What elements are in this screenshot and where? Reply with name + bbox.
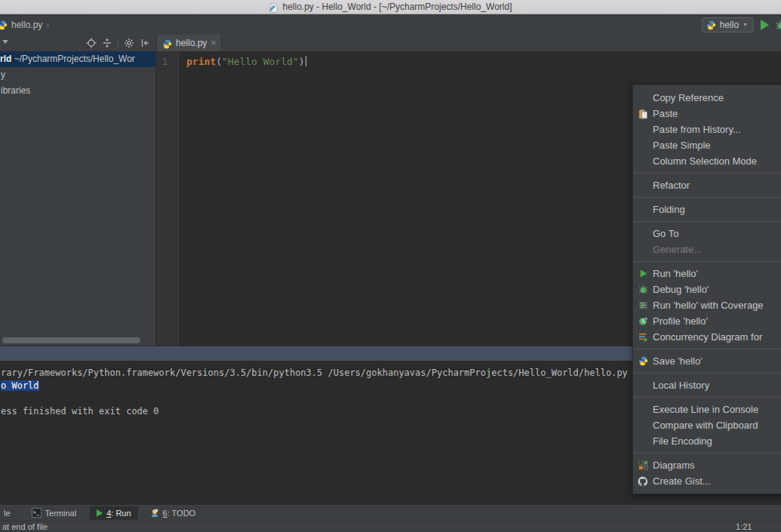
caret-position[interactable]: 1:21 <box>736 522 752 531</box>
hide-panel-icon[interactable] <box>140 38 150 48</box>
menu-item-paste-from-history[interactable]: Paste from History... <box>633 121 781 137</box>
menu-item-run-hello[interactable]: Run 'hello' <box>633 266 781 281</box>
menu-separator <box>634 173 781 174</box>
no-icon <box>637 124 649 136</box>
no-icon <box>637 140 649 152</box>
toolwindow-bar: le >_ Terminal 4: Run 6: TODO <box>0 504 781 521</box>
toolwindow-tab-label: le <box>4 509 11 518</box>
menu-item-execute-line-in-console[interactable]: Execute Line in Console <box>633 401 781 417</box>
menu-item-file-encoding[interactable]: File Encoding <box>633 433 781 449</box>
breadcrumb[interactable]: hello.py › <box>0 20 49 30</box>
menu-item-debug-hello[interactable]: Debug 'hello' <box>633 281 781 297</box>
python-icon <box>637 355 649 367</box>
run-button[interactable] <box>761 20 769 30</box>
concurrency-diagram-icon <box>637 331 649 343</box>
project-root-path: ~/PycharmProjects/Hello_Wor <box>11 54 135 64</box>
toolwindow-tab-label: Terminal <box>45 509 77 518</box>
debug-button[interactable] <box>776 20 781 30</box>
menu-item-refactor[interactable]: Refactor <box>633 177 781 193</box>
project-tree-row-hello-py[interactable]: y <box>0 67 155 83</box>
menu-item-paste[interactable]: Paste <box>633 106 781 121</box>
no-icon <box>637 380 649 392</box>
no-icon <box>637 92 649 104</box>
menu-item-profile-hello[interactable]: Profile 'hello' <box>633 313 781 329</box>
menu-item-generate: Generate... <box>633 241 781 257</box>
menu-item-local-history[interactable]: Local History <box>633 377 781 393</box>
no-icon <box>637 244 649 256</box>
menu-separator <box>634 221 781 222</box>
console-output-selected: o World <box>1 380 39 391</box>
toolwindow-tab-console[interactable]: le <box>1 506 14 520</box>
toolwindow-tab-terminal[interactable]: >_ Terminal <box>29 506 80 520</box>
menu-item-create-gist[interactable]: Create Gist... <box>633 473 781 489</box>
menu-item-diagrams[interactable]: Diagrams <box>633 457 781 473</box>
paren-token: ) <box>299 56 305 67</box>
locate-target-icon[interactable] <box>86 38 97 48</box>
run-icon <box>637 268 649 280</box>
menu-item-copy-reference[interactable]: Copy Reference <box>633 90 781 106</box>
menu-separator <box>634 349 781 349</box>
no-icon <box>637 404 649 416</box>
run-configuration-select[interactable]: hello ▼ <box>702 17 754 32</box>
pycharm-window: hello.py - Hello_World - [~/PycharmProje… <box>0 0 781 532</box>
menu-item-save-hello[interactable]: Save 'hello' <box>633 353 781 369</box>
string-token: "Hello World" <box>222 56 299 67</box>
menu-item-compare-with-clipboard[interactable]: Compare with Clipboard <box>633 417 781 433</box>
no-icon <box>637 155 649 168</box>
menu-item-run-hello-with-coverage[interactable]: Run 'hello' with Coverage <box>633 297 781 313</box>
run-icon <box>97 509 103 517</box>
window-title: hello.py - Hello_World - [~/PycharmProje… <box>282 2 512 12</box>
project-dropdown-caret-icon[interactable] <box>2 40 8 44</box>
menu-separator <box>634 453 781 454</box>
gear-settings-icon[interactable] <box>124 38 134 48</box>
chevron-down-icon: ▼ <box>743 22 748 27</box>
profiler-icon <box>637 315 649 328</box>
menu-item-folding[interactable]: Folding <box>633 201 781 217</box>
breadcrumb-file[interactable]: hello.py <box>11 20 42 30</box>
editor-tab-label: hello.py <box>176 38 207 48</box>
paste-icon <box>637 108 649 120</box>
editor-context-menu: Copy Reference Paste Paste from History.… <box>632 85 781 494</box>
menu-separator <box>634 197 781 198</box>
editor-tab-hello-py[interactable]: hello.py × <box>157 35 222 51</box>
menu-separator <box>634 373 781 374</box>
no-icon <box>637 228 649 240</box>
project-panel: rld ~/PycharmProjects/Hello_Wor y ibrari… <box>0 51 156 346</box>
python-file-icon <box>162 38 172 48</box>
terminal-icon: >_ <box>32 508 42 518</box>
project-tree-row-external-libraries[interactable]: ibraries <box>0 83 155 99</box>
status-bar: at end of file 1:21 <box>0 521 781 532</box>
debug-icon <box>637 284 649 296</box>
run-toolbar: hello ▼ <box>702 17 781 32</box>
titlebar: hello.py - Hello_World - [~/PycharmProje… <box>0 0 781 14</box>
status-message: at end of file <box>2 522 48 531</box>
chevron-right-icon: › <box>46 20 49 29</box>
menu-item-concurrency-diagram[interactable]: Concurrency Diagram for <box>633 329 781 345</box>
text-cursor <box>306 56 306 66</box>
editor-tab-bar: hello.py × <box>156 35 781 51</box>
project-tree-row-hello-world-root[interactable]: rld ~/PycharmProjects/Hello_Wor <box>0 51 155 67</box>
no-icon <box>637 204 649 216</box>
toolwindow-tab-label: 6: TODO <box>163 509 196 518</box>
menu-item-go-to[interactable]: Go To <box>633 226 781 241</box>
horizontal-scrollbar[interactable] <box>2 337 140 343</box>
project-root-name: rld <box>0 54 11 64</box>
keyword-token: print <box>186 56 216 67</box>
document-icon <box>269 2 278 12</box>
paren-token: ( <box>216 56 222 67</box>
header-row: hello.py × <box>0 35 781 51</box>
toolwindow-tab-todo[interactable]: 6: TODO <box>147 506 199 520</box>
line-number: 1 <box>162 57 168 67</box>
collapse-all-icon[interactable] <box>102 38 112 48</box>
toolwindow-tab-run[interactable]: 4: Run <box>90 506 137 520</box>
menu-item-column-selection-mode[interactable]: Column Selection Mode <box>633 153 781 169</box>
editor-gutter: 1 <box>157 51 179 346</box>
python-icon <box>706 20 716 29</box>
toolbar-separator <box>118 38 118 48</box>
github-icon <box>637 475 649 487</box>
menu-item-paste-simple[interactable]: Paste Simple <box>633 137 781 153</box>
no-icon <box>637 420 649 432</box>
menu-separator <box>634 261 781 262</box>
no-icon <box>637 180 649 192</box>
close-icon[interactable]: × <box>211 39 216 47</box>
